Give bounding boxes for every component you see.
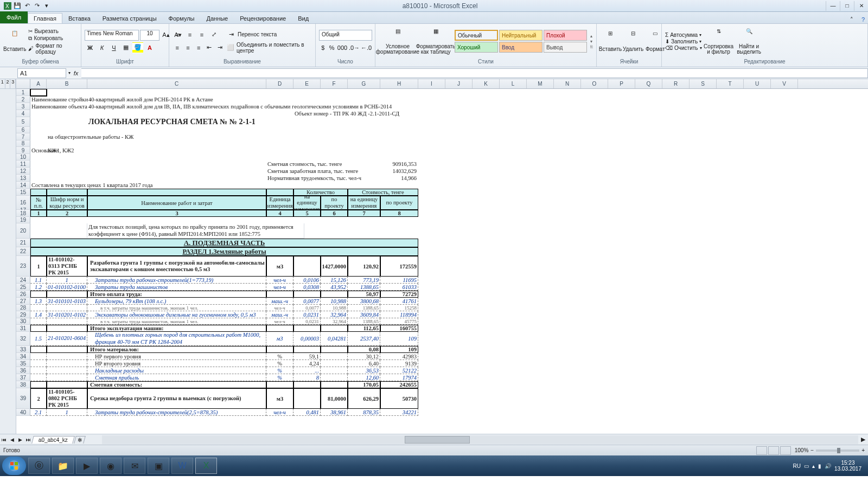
taskbar-word[interactable]: W bbox=[171, 458, 193, 474]
cell[interactable]: на общестроительные работы - КЖ bbox=[47, 133, 87, 140]
italic-button[interactable]: К bbox=[97, 42, 107, 53]
bold-button[interactable]: Ж bbox=[85, 42, 95, 53]
cell[interactable]: 1.3 bbox=[30, 298, 47, 305]
cell[interactable] bbox=[293, 154, 321, 160]
col-header-U[interactable]: U bbox=[744, 79, 771, 88]
cell[interactable]: чел-ч bbox=[266, 409, 293, 416]
styles-more-icon[interactable]: ⎘ bbox=[590, 44, 593, 49]
cell[interactable] bbox=[321, 182, 348, 189]
cell[interactable] bbox=[418, 182, 445, 189]
cell[interactable] bbox=[293, 388, 321, 409]
cell[interactable]: 36,53 bbox=[348, 367, 380, 374]
cell[interactable]: Шифр норм и коды ресурсов bbox=[47, 196, 87, 210]
row-header[interactable]: 38 bbox=[16, 381, 30, 388]
cell[interactable]: 8 bbox=[380, 210, 418, 217]
cell[interactable] bbox=[380, 182, 418, 189]
cell[interactable]: 59,1 bbox=[293, 353, 321, 360]
insert-cells-button[interactable]: ⊞Вставить bbox=[600, 30, 621, 52]
cell[interactable] bbox=[293, 160, 321, 168]
cell[interactable] bbox=[266, 140, 293, 147]
cell[interactable] bbox=[527, 89, 554, 96]
cell[interactable] bbox=[527, 175, 554, 182]
cell[interactable]: 32,964 bbox=[321, 318, 348, 325]
cell[interactable] bbox=[380, 103, 418, 110]
cell[interactable] bbox=[321, 140, 348, 147]
cell[interactable] bbox=[744, 140, 771, 147]
cell[interactable]: чел-ч bbox=[266, 318, 293, 325]
row-header[interactable]: 2 bbox=[16, 96, 30, 103]
row-header[interactable]: 37 bbox=[16, 374, 30, 381]
cell[interactable] bbox=[473, 182, 500, 189]
tab-home[interactable]: Главная bbox=[28, 13, 62, 23]
cell[interactable] bbox=[690, 103, 717, 110]
cell[interactable] bbox=[348, 147, 380, 154]
conditional-formatting-button[interactable]: ▤Условное форматирование bbox=[379, 28, 417, 55]
sheet-nav-last-icon[interactable]: ⏭ bbox=[24, 437, 33, 442]
cell[interactable] bbox=[47, 353, 87, 360]
cell[interactable]: 38,961 bbox=[321, 409, 348, 416]
tray-clock[interactable]: 15:23 13.03.2017 bbox=[834, 460, 861, 472]
col-header-A[interactable]: A bbox=[30, 79, 47, 88]
sheet-nav-first-icon[interactable]: ⏮ bbox=[0, 437, 8, 442]
cell[interactable] bbox=[635, 127, 662, 133]
cell[interactable] bbox=[321, 360, 348, 367]
row-header[interactable]: 36 bbox=[16, 367, 30, 374]
cell[interactable] bbox=[445, 160, 473, 168]
cell[interactable] bbox=[473, 154, 500, 160]
cell[interactable] bbox=[47, 374, 87, 381]
cell[interactable] bbox=[321, 160, 348, 168]
cell[interactable] bbox=[266, 117, 293, 127]
col-header-V[interactable]: V bbox=[771, 79, 798, 88]
row-header[interactable]: 26 bbox=[16, 291, 30, 298]
cell[interactable]: 1388,65 bbox=[348, 305, 380, 311]
chevron-down-icon[interactable]: ▾ bbox=[590, 39, 593, 44]
cell[interactable] bbox=[87, 154, 266, 160]
cell[interactable]: Затраты труда рабочих-строителей(2,5=878… bbox=[87, 409, 266, 416]
cell[interactable] bbox=[690, 147, 717, 154]
cell[interactable]: м3 bbox=[266, 332, 293, 346]
cell[interactable] bbox=[266, 154, 293, 160]
cell[interactable]: Бульдозеры, 79 кВт (108 л.с.) bbox=[87, 298, 266, 305]
cell[interactable] bbox=[380, 110, 418, 117]
cell[interactable] bbox=[321, 353, 348, 360]
row-header[interactable]: 18 bbox=[16, 210, 30, 217]
cell[interactable]: Экскаваторы одноковшовые дизельные на гу… bbox=[87, 311, 266, 318]
cell[interactable]: 1427,0000 bbox=[321, 256, 348, 277]
cell[interactable] bbox=[527, 110, 554, 117]
cell[interactable] bbox=[380, 117, 418, 127]
align-left-icon[interactable]: ≡ bbox=[173, 42, 182, 53]
tab-view[interactable]: Вид bbox=[292, 13, 315, 23]
cell[interactable]: 32,964 bbox=[321, 311, 348, 318]
row-header[interactable]: 13 bbox=[16, 175, 30, 182]
cell[interactable] bbox=[47, 127, 87, 133]
outline-pane[interactable]: 1 2 3 bbox=[0, 79, 16, 434]
cell[interactable]: 42983 bbox=[380, 353, 418, 360]
clear-button[interactable]: ⌫Очистить▾ bbox=[665, 45, 702, 51]
cell[interactable] bbox=[418, 103, 445, 110]
cell[interactable] bbox=[293, 103, 321, 110]
cell[interactable]: 3609,84 bbox=[348, 311, 380, 318]
cell[interactable]: 31-010101-0103 bbox=[47, 298, 87, 305]
cell[interactable] bbox=[717, 160, 744, 168]
cell[interactable] bbox=[266, 291, 293, 298]
cell[interactable]: 9139 bbox=[380, 360, 418, 367]
cell[interactable]: % bbox=[266, 353, 293, 360]
cell[interactable] bbox=[266, 189, 293, 196]
cell[interactable] bbox=[418, 110, 445, 117]
cell[interactable] bbox=[293, 346, 321, 353]
cell[interactable] bbox=[47, 175, 87, 182]
cell[interactable]: 1388,65 bbox=[348, 318, 380, 325]
cell[interactable] bbox=[635, 133, 662, 140]
cell[interactable] bbox=[581, 175, 608, 182]
cell[interactable] bbox=[635, 168, 662, 175]
cell[interactable] bbox=[445, 140, 473, 147]
cell[interactable] bbox=[445, 110, 473, 117]
row-header[interactable]: 14 bbox=[16, 182, 30, 189]
cell[interactable] bbox=[690, 182, 717, 189]
cell[interactable] bbox=[662, 96, 690, 103]
cell[interactable] bbox=[47, 110, 87, 117]
formula-input[interactable] bbox=[81, 68, 868, 78]
cell[interactable] bbox=[554, 168, 581, 175]
cell[interactable]: НР первого уровня bbox=[87, 353, 266, 360]
cell[interactable] bbox=[717, 127, 744, 133]
